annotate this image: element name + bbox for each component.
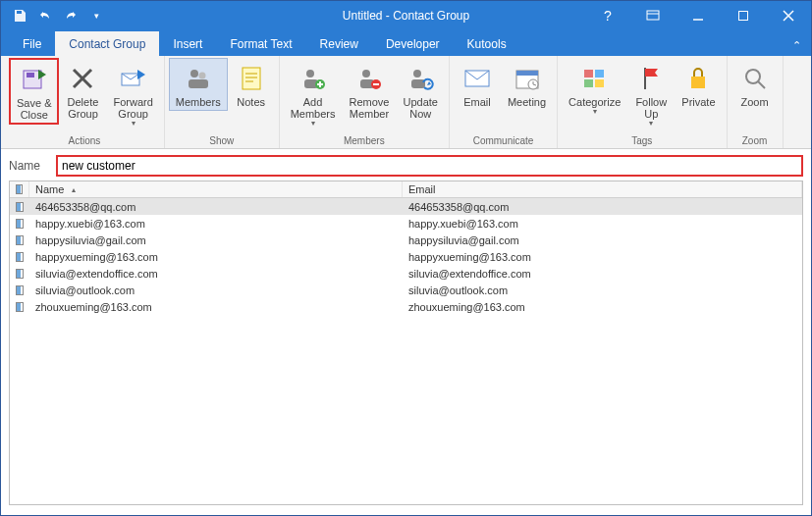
save-close-icon bbox=[19, 64, 50, 95]
notes-button[interactable]: Notes bbox=[228, 58, 275, 111]
maximize-icon[interactable] bbox=[721, 1, 766, 30]
tab-insert[interactable]: Insert bbox=[159, 31, 216, 56]
svg-point-24 bbox=[362, 70, 370, 77]
save-and-close-button[interactable]: Save &Close bbox=[9, 58, 59, 125]
window-title: Untitled - Contact Group bbox=[343, 9, 469, 23]
table-row[interactable]: 464653358@qq.com464653358@qq.com bbox=[10, 198, 802, 215]
column-icon[interactable] bbox=[10, 181, 29, 197]
tab-kutools[interactable]: Kutools bbox=[454, 31, 520, 56]
delete-icon bbox=[67, 63, 98, 94]
name-field-row: Name bbox=[1, 149, 811, 181]
svg-line-43 bbox=[758, 81, 765, 88]
column-name[interactable]: Name bbox=[29, 181, 403, 197]
forward-group-button[interactable]: ForwardGroup bbox=[106, 58, 159, 131]
contact-card-icon bbox=[10, 285, 29, 295]
tab-review[interactable]: Review bbox=[306, 31, 372, 56]
svg-point-19 bbox=[306, 70, 314, 77]
contact-card-icon bbox=[10, 269, 29, 279]
window-controls: ? bbox=[585, 1, 811, 30]
save-icon[interactable] bbox=[9, 5, 30, 26]
member-name: zhouxueming@163.com bbox=[29, 301, 403, 313]
table-row[interactable]: happysiluvia@gail.comhappysiluvia@gail.c… bbox=[10, 232, 802, 248]
remove-member-icon bbox=[353, 63, 385, 94]
member-name: happy.xuebi@163.com bbox=[29, 218, 403, 230]
follow-up-button[interactable]: FollowUp bbox=[627, 58, 675, 131]
svg-point-12 bbox=[190, 70, 198, 77]
member-name: 464653358@qq.com bbox=[29, 201, 403, 213]
tab-developer[interactable]: Developer bbox=[372, 31, 454, 56]
zoom-button[interactable]: Zoom bbox=[731, 58, 779, 111]
table-row[interactable]: happy.xuebi@163.comhappy.xuebi@163.com bbox=[10, 215, 802, 232]
svg-point-28 bbox=[413, 70, 421, 77]
column-email[interactable]: Email bbox=[403, 181, 802, 197]
table-row[interactable]: siluvia@extendoffice.comsiluvia@extendof… bbox=[10, 265, 802, 282]
ribbon-display-icon[interactable] bbox=[630, 1, 676, 30]
email-button[interactable]: Email bbox=[454, 58, 501, 111]
notes-icon bbox=[236, 63, 267, 94]
members-button[interactable]: Members bbox=[169, 58, 228, 111]
group-tags: Categorize FollowUp Private Tags bbox=[558, 56, 727, 148]
svg-rect-36 bbox=[584, 70, 593, 77]
member-name: happyxueming@163.com bbox=[29, 251, 403, 263]
quick-access-toolbar: ▾ bbox=[1, 5, 107, 26]
table-row[interactable]: zhouxueming@163.comzhouxueming@163.com bbox=[10, 298, 802, 315]
add-members-icon bbox=[298, 63, 329, 94]
svg-rect-41 bbox=[691, 77, 705, 88]
svg-rect-0 bbox=[17, 11, 22, 14]
contact-card-icon bbox=[10, 252, 29, 262]
collapse-ribbon-icon[interactable]: ⌃ bbox=[783, 35, 811, 56]
name-label: Name bbox=[9, 159, 46, 173]
svg-rect-39 bbox=[595, 79, 604, 87]
svg-rect-14 bbox=[189, 79, 208, 88]
close-icon[interactable] bbox=[766, 1, 811, 30]
add-members-button[interactable]: AddMembers bbox=[284, 58, 343, 131]
contact-card-icon bbox=[10, 235, 29, 245]
title-bar: ▾ Untitled - Contact Group ? bbox=[1, 1, 811, 30]
group-members: AddMembers RemoveMember UpdateNow Member… bbox=[280, 56, 450, 148]
svg-rect-38 bbox=[584, 79, 593, 87]
svg-rect-1 bbox=[647, 11, 659, 20]
flag-icon bbox=[635, 63, 667, 94]
help-icon[interactable]: ? bbox=[585, 1, 630, 30]
meeting-icon bbox=[512, 63, 543, 94]
group-communicate: Email Meeting Communicate bbox=[450, 56, 558, 148]
redo-icon[interactable] bbox=[60, 5, 81, 26]
table-row[interactable]: happyxueming@163.comhappyxueming@163.com bbox=[10, 248, 802, 265]
table-row[interactable]: siluvia@outlook.comsiluvia@outlook.com bbox=[10, 282, 802, 298]
contact-card-icon bbox=[10, 302, 29, 312]
member-email: zhouxueming@163.com bbox=[403, 301, 802, 313]
delete-group-button[interactable]: DeleteGroup bbox=[59, 58, 106, 123]
members-icon bbox=[183, 63, 214, 94]
meeting-button[interactable]: Meeting bbox=[501, 58, 553, 111]
svg-rect-32 bbox=[516, 71, 538, 76]
member-email: 464653358@qq.com bbox=[403, 201, 802, 213]
svg-point-13 bbox=[198, 73, 205, 79]
tab-contact-group[interactable]: Contact Group bbox=[55, 31, 159, 56]
remove-member-button[interactable]: RemoveMember bbox=[343, 58, 397, 123]
zoom-icon bbox=[739, 63, 771, 94]
ribbon: Save &Close DeleteGroup ForwardGroup Act… bbox=[1, 56, 811, 149]
lock-icon bbox=[682, 63, 714, 94]
private-button[interactable]: Private bbox=[675, 58, 722, 111]
group-zoom: Zoom Zoom bbox=[728, 56, 784, 148]
svg-rect-4 bbox=[739, 12, 748, 21]
email-icon bbox=[461, 63, 493, 94]
qat-customize-icon[interactable]: ▾ bbox=[85, 5, 107, 26]
tab-file[interactable]: File bbox=[9, 31, 55, 56]
categorize-button[interactable]: Categorize bbox=[562, 58, 627, 120]
member-name: happysiluvia@gail.com bbox=[29, 234, 403, 246]
contact-card-icon bbox=[10, 219, 29, 229]
tab-format-text[interactable]: Format Text bbox=[216, 31, 305, 56]
minimize-icon[interactable] bbox=[676, 1, 721, 30]
member-email: siluvia@outlook.com bbox=[403, 284, 802, 296]
categorize-icon bbox=[579, 63, 611, 94]
member-email: siluvia@extendoffice.com bbox=[403, 268, 802, 280]
group-name-input[interactable] bbox=[56, 155, 803, 177]
update-now-button[interactable]: UpdateNow bbox=[396, 58, 444, 123]
svg-rect-8 bbox=[27, 73, 34, 77]
contact-card-icon bbox=[10, 202, 29, 212]
member-email: happy.xuebi@163.com bbox=[403, 218, 802, 230]
undo-icon[interactable] bbox=[34, 5, 56, 26]
update-icon bbox=[405, 63, 436, 94]
group-actions: Save &Close DeleteGroup ForwardGroup Act… bbox=[5, 56, 165, 148]
